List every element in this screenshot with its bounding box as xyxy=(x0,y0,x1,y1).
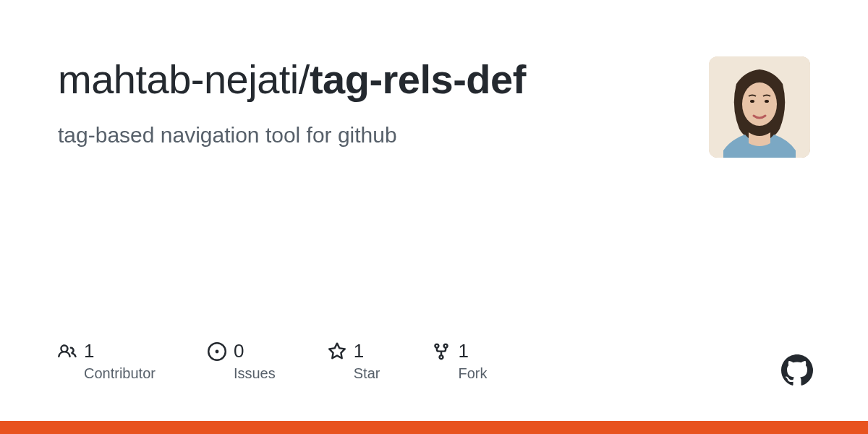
svg-point-4 xyxy=(765,100,769,103)
fork-icon xyxy=(432,342,451,361)
svg-point-3 xyxy=(750,100,754,103)
repo-title[interactable]: mahtab-nejati/tag-rels-def xyxy=(58,56,680,103)
stat-label: Contributor xyxy=(84,365,156,382)
people-icon xyxy=(58,342,77,361)
stat-count: 1 xyxy=(458,340,468,362)
stat-forks[interactable]: 1 Fork xyxy=(432,340,487,382)
header-row: mahtab-nejati/tag-rels-def tag-based nav… xyxy=(58,56,810,158)
avatar-image xyxy=(709,56,810,158)
stat-label: Fork xyxy=(458,365,487,382)
stats-row: 1 Contributor 0 Issues 1 Star xyxy=(58,340,487,382)
stat-count: 0 xyxy=(234,340,244,362)
star-icon xyxy=(328,342,346,361)
stat-issues[interactable]: 0 Issues xyxy=(208,340,276,382)
accent-bar xyxy=(0,421,868,434)
avatar[interactable] xyxy=(709,56,810,158)
repo-card: mahtab-nejati/tag-rels-def tag-based nav… xyxy=(0,0,868,434)
stat-stars[interactable]: 1 Star xyxy=(328,340,380,382)
stat-count: 1 xyxy=(84,340,94,362)
repo-separator: / xyxy=(299,56,310,102)
issue-icon xyxy=(208,342,226,361)
stat-label: Issues xyxy=(234,365,276,382)
stat-contributors[interactable]: 1 Contributor xyxy=(58,340,156,382)
svg-point-2 xyxy=(742,82,777,126)
github-logo-icon[interactable] xyxy=(781,354,813,386)
repo-name: tag-rels-def xyxy=(310,56,526,102)
repo-owner: mahtab-nejati xyxy=(58,56,299,102)
title-section: mahtab-nejati/tag-rels-def tag-based nav… xyxy=(58,56,709,148)
stat-label: Star xyxy=(354,365,380,382)
repo-description: tag-based navigation tool for github xyxy=(58,123,680,148)
stat-count: 1 xyxy=(354,340,364,362)
